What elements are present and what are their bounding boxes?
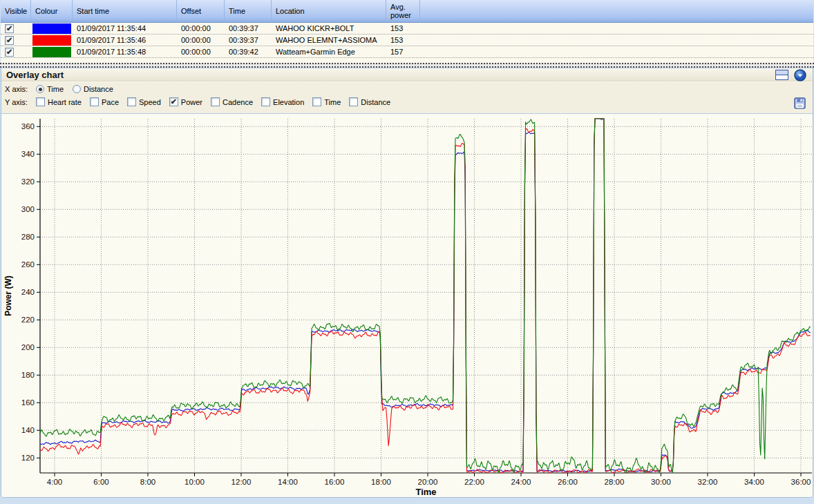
y-tick-label: 200 [21,343,35,351]
visible-checkbox[interactable] [5,48,14,57]
avg-power-cell: 157 [386,46,420,57]
time-cell: 00:39:37 [225,23,272,34]
visible-checkbox[interactable] [5,36,14,45]
y-tick-label: 220 [21,316,35,324]
checkbox-icon[interactable] [90,97,99,106]
x-axis-title: Time [415,487,436,497]
y-axis-option[interactable]: Elevation [261,97,304,106]
x-tick-label: 10:00 [184,478,205,486]
checkbox-icon[interactable] [349,97,358,106]
colour-swatch [32,23,71,34]
x-tick-label: 16:00 [325,478,345,486]
save-icon[interactable] [794,97,806,112]
table-row[interactable]: 01/09/2017 11:35:44 00:00:00 00:39:37 WA… [1,23,813,35]
column-header[interactable]: Start time [73,0,177,22]
offset-cell: 00:00:00 [177,46,225,57]
radio-icon[interactable] [36,85,44,93]
x-tick-label: 36:00 [791,478,811,486]
y-axis-title: Power (W) [3,275,13,316]
column-header[interactable]: Colour [31,0,73,22]
column-header[interactable]: Avg. power [386,0,420,22]
y-axis-option[interactable]: Distance [349,97,390,106]
column-header[interactable]: Time [225,0,272,22]
horizontal-splitter[interactable] [0,63,814,68]
colour-swatch [32,35,71,46]
column-header[interactable]: Location [272,0,386,22]
x-tick-label: 30:00 [651,478,671,486]
y-tick-label: 320 [21,177,35,186]
series-0 [40,119,811,472]
y-tick-label: 280 [21,233,35,241]
start-time-cell: 01/09/2017 11:35:46 [73,35,177,46]
y-tick-label: 160 [21,398,35,407]
column-header[interactable]: Offset [177,0,225,22]
offset-cell: 00:00:00 [177,23,225,34]
x-tick-label: 6:00 [93,478,108,486]
activities-table: VisibleColourStart timeOffsetTimeLocatio… [1,0,813,63]
split-layout-icon[interactable] [775,70,788,83]
x-tick-label: 18:00 [371,478,391,486]
table-header-row: VisibleColourStart timeOffsetTimeLocatio… [1,0,813,23]
x-axis-option[interactable]: Time [36,85,64,93]
radio-icon[interactable] [73,85,81,93]
x-axis-row: X axis: TimeDistance [5,85,113,93]
y-tick-label: 260 [21,260,35,269]
column-header[interactable] [420,0,813,22]
x-tick-label: 32:00 [698,478,718,486]
overlay-chart-titlebar: Overlay chart [1,68,813,81]
y-axis-option[interactable]: Heart rate [36,97,82,106]
checkbox-icon[interactable] [127,97,136,106]
x-tick-label: 24:00 [511,478,531,486]
y-axis-label: Y axis: [5,98,28,106]
chart-canvas[interactable]: 4:006:008:0010:0012:0014:0016:0018:0020:… [1,114,813,497]
checkbox-icon[interactable] [36,97,45,106]
x-tick-label: 14:00 [278,478,298,486]
avg-power-cell: 153 [386,23,420,34]
power-chart[interactable]: 4:006:008:0010:0012:0014:0016:0018:0020:… [1,113,813,497]
y-axis-option[interactable]: Cadence [211,97,253,106]
y-axis-option[interactable]: Speed [127,97,161,106]
y-tick-label: 120 [21,454,35,462]
y-tick-label: 240 [21,288,35,296]
x-tick-label: 26:00 [558,478,578,486]
y-tick-label: 180 [21,371,35,379]
x-axis-option[interactable]: Distance [73,85,113,93]
location-cell: Watteam+Garmin Edge [272,46,386,57]
column-header[interactable]: Visible [1,0,31,22]
y-axis-option[interactable]: Pace [90,97,119,106]
series-2 [40,119,811,473]
y-axis-option[interactable]: Power [169,97,202,106]
y-tick-label: 140 [21,426,35,434]
y-axis-option[interactable]: Time [312,97,341,106]
time-cell: 00:39:42 [225,46,272,57]
x-tick-label: 12:00 [231,478,252,486]
checkbox-icon[interactable] [312,97,321,106]
location-cell: WAHOO ELEMNT+ASSIOMA [272,35,386,46]
y-tick-label: 360 [21,122,35,130]
y-tick-label: 340 [21,150,35,158]
x-axis-label: X axis: [5,85,28,93]
y-tick-label: 300 [21,205,35,213]
x-tick-label: 28:00 [605,478,625,486]
series-1 [40,119,811,473]
x-tick-label: 34:00 [744,478,764,486]
time-cell: 00:39:37 [225,35,272,46]
x-tick-label: 20:00 [418,478,438,486]
offset-cell: 00:00:00 [177,35,225,46]
y-axis-row: Y axis: Heart ratePaceSpeedPowerCadenceE… [5,97,390,106]
start-time-cell: 01/09/2017 11:35:44 [73,23,177,34]
checkbox-icon[interactable] [211,97,220,106]
overlay-chart-panel: Overlay chart X axis: TimeDistance Y axi… [1,68,813,498]
table-row[interactable]: 01/09/2017 11:35:46 00:00:00 00:39:37 WA… [1,35,813,46]
x-tick-label: 4:00 [47,478,62,486]
checkbox-icon[interactable] [169,97,178,106]
checkbox-icon[interactable] [261,97,270,106]
app-window: VisibleColourStart timeOffsetTimeLocatio… [0,0,814,504]
avg-power-cell: 153 [386,35,420,46]
x-tick-label: 22:00 [464,478,484,486]
x-tick-label: 8:00 [140,478,155,486]
panel-title: Overlay chart [6,70,64,80]
chart-controls: X axis: TimeDistance Y axis: Heart rateP… [1,82,813,114]
table-row[interactable]: 01/09/2017 11:35:48 00:00:00 00:39:42 Wa… [1,46,813,58]
visible-checkbox[interactable] [5,24,14,33]
